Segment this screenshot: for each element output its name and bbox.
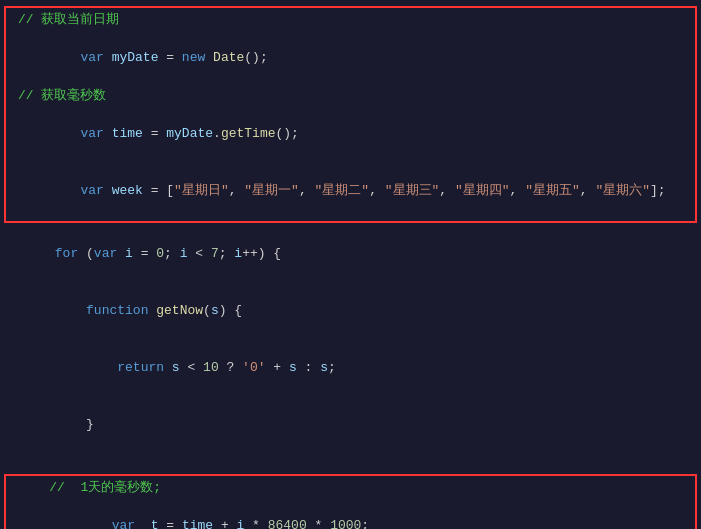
- code-line: function getNow(s) {: [0, 282, 701, 339]
- code-text: var myDate = new Date();: [18, 29, 683, 86]
- code-text: for (var i = 0; i < 7; i++) {: [8, 225, 693, 282]
- code-line: // 获取当前日期: [10, 10, 691, 29]
- code-line: var myDate = new Date();: [10, 29, 691, 86]
- code-text: }: [8, 396, 693, 453]
- code-line: // 1天的毫秒数;: [10, 478, 691, 497]
- code-text: // 1天的毫秒数;: [18, 478, 683, 497]
- top-highlight-box: // 获取当前日期 var myDate = new Date(); // 获取…: [4, 6, 697, 223]
- code-line: for (var i = 0; i < 7; i++) {: [0, 225, 701, 282]
- code-text: return s < 10 ? '0' + s : s;: [8, 339, 693, 396]
- bottom-highlight-box: // 1天的毫秒数; var _t = time + i * 86400 * 1…: [4, 474, 697, 529]
- code-text: var time = myDate.getTime();: [18, 105, 683, 162]
- code-line: return s < 10 ? '0' + s : s;: [0, 339, 701, 396]
- code-editor: // 获取当前日期 var myDate = new Date(); // 获取…: [0, 0, 701, 529]
- code-line: // 获取毫秒数: [10, 86, 691, 105]
- code-text: // 获取毫秒数: [18, 86, 683, 105]
- code-line: }: [0, 396, 701, 453]
- code-line: var _t = time + i * 86400 * 1000;: [10, 497, 691, 529]
- code-text: // 获取当前日期: [18, 10, 683, 29]
- code-text: [8, 453, 693, 472]
- code-line: [0, 453, 701, 472]
- code-line: var time = myDate.getTime();: [10, 105, 691, 162]
- code-text: function getNow(s) {: [8, 282, 693, 339]
- code-text: var week = ["星期日", "星期一", "星期二", "星期三", …: [18, 162, 683, 219]
- code-text: var _t = time + i * 86400 * 1000;: [18, 497, 683, 529]
- code-line: var week = ["星期日", "星期一", "星期二", "星期三", …: [10, 162, 691, 219]
